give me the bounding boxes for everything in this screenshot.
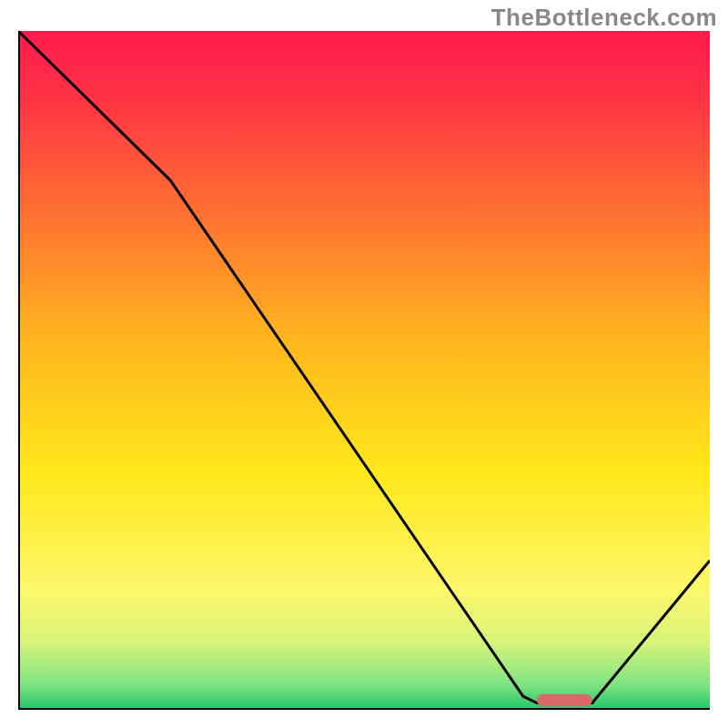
watermark-text: TheBottleneck.com	[491, 4, 717, 32]
optimal-range-marker	[537, 694, 592, 706]
bottleneck-chart	[18, 31, 710, 710]
chart-svg	[18, 31, 710, 710]
